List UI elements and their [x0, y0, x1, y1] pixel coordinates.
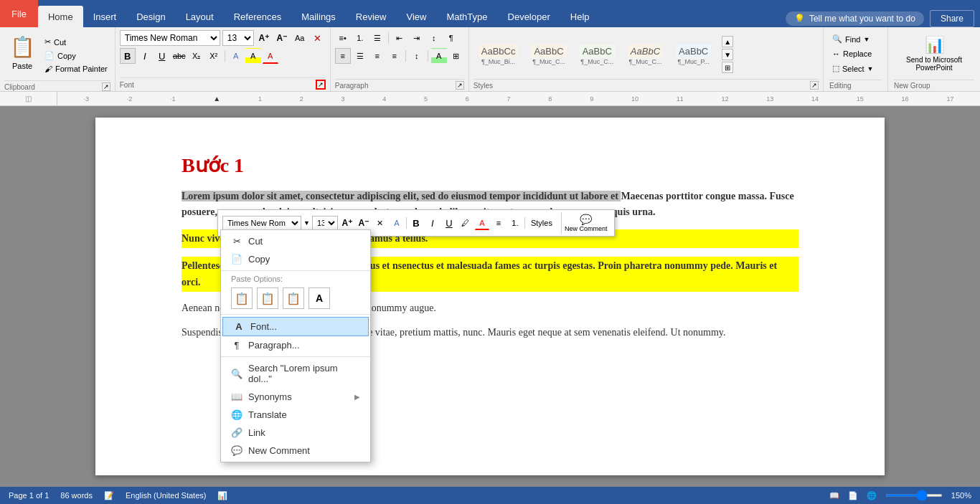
replace-button[interactable]: ↔ Replace — [829, 48, 882, 60]
increase-indent-button[interactable]: ⇥ — [409, 30, 425, 46]
subscript-button[interactable]: X₂ — [189, 48, 204, 64]
italic-button[interactable]: I — [137, 48, 153, 64]
insert-tab[interactable]: Insert — [83, 6, 127, 27]
highlight-color-button[interactable]: A — [245, 48, 261, 64]
file-tab[interactable]: File — [0, 0, 38, 27]
float-underline-btn[interactable]: U — [442, 216, 456, 230]
decrease-indent-button[interactable]: ⇤ — [392, 30, 407, 46]
home-tab[interactable]: Home — [38, 6, 83, 27]
view-tab[interactable]: View — [396, 6, 436, 27]
numbering-button[interactable]: 1. — [352, 30, 368, 46]
print-layout-icon[interactable]: 📄 — [848, 491, 858, 500]
select-button[interactable]: ⬚ Select ▼ — [829, 62, 882, 75]
ctx-copy-item[interactable]: 📄 Copy — [221, 250, 370, 268]
decrease-font-button[interactable]: A⁻ — [274, 30, 290, 46]
styles-scroll-up[interactable]: ▲ — [722, 36, 733, 47]
shading-button[interactable]: A — [431, 48, 447, 64]
references-tab[interactable]: References — [224, 6, 291, 27]
float-size-select[interactable]: 13 — [312, 216, 338, 230]
float-highlight-btn[interactable]: 🖊 — [458, 216, 473, 230]
developer-tab[interactable]: Developer — [498, 6, 560, 27]
superscript-button[interactable]: X² — [206, 48, 222, 64]
web-layout-icon[interactable]: 🌐 — [867, 491, 877, 500]
mathtype-tab[interactable]: MathType — [436, 6, 497, 27]
sort-button[interactable]: ↕ — [426, 30, 442, 46]
style-item-4[interactable]: AaBbC ¶_Muc_C... — [623, 42, 668, 68]
float-clear-btn[interactable]: ✕ — [373, 216, 387, 230]
justify-button[interactable]: ≡ — [387, 48, 402, 64]
ctx-new-comment-item[interactable]: 💬 New Comment — [221, 442, 370, 460]
align-center-button[interactable]: ☰ — [352, 48, 368, 64]
tell-me-input[interactable]: 💡 Tell me what you want to do — [786, 11, 924, 26]
help-tab[interactable]: Help — [560, 6, 600, 27]
line-spacing-button[interactable]: ↕ — [409, 48, 425, 64]
paste-opt-4[interactable]: A — [308, 287, 330, 309]
multilevel-button[interactable]: ☰ — [369, 30, 385, 46]
paste-opt-2[interactable]: 📋 — [257, 287, 278, 309]
ctx-synonyms-item[interactable]: 📖 Synonyms ▶ — [221, 388, 370, 406]
styles-scroll-down[interactable]: ▼ — [722, 49, 733, 60]
font-size-select[interactable]: 13 — [222, 30, 254, 46]
paste-opt-3[interactable]: 📋 — [283, 287, 304, 309]
track-changes-icon[interactable]: 📊 — [217, 491, 227, 500]
float-increase-btn[interactable]: A⁺ — [340, 216, 354, 230]
float-bold-btn[interactable]: B — [409, 216, 423, 230]
increase-font-button[interactable]: A⁺ — [256, 30, 272, 46]
page[interactable]: Bước 1 Lorem ipsum dolor sit amet, conse… — [95, 118, 885, 475]
ctx-translate-item[interactable]: 🌐 Translate — [221, 406, 370, 424]
proofing-icon[interactable]: 📝 — [104, 491, 114, 500]
bullets-button[interactable]: ≡• — [335, 30, 351, 46]
text-effects-button[interactable]: A — [228, 48, 244, 64]
style-item-3[interactable]: AaBbC ¶_Muc_C... — [575, 42, 620, 68]
cut-button[interactable]: ✂ Cut — [42, 36, 110, 48]
align-left-button[interactable]: ≡ — [335, 48, 351, 64]
clear-formatting-button[interactable]: ✕ — [310, 30, 326, 46]
zoom-slider[interactable] — [885, 494, 943, 497]
font-name-select[interactable]: Times New Roman — [120, 30, 220, 46]
format-painter-button[interactable]: 🖌 Format Painter — [42, 63, 110, 75]
share-button[interactable]: Share — [930, 10, 974, 27]
copy-button[interactable]: 📄 Copy — [42, 49, 110, 62]
mailings-tab[interactable]: Mailings — [291, 6, 346, 27]
borders-button[interactable]: ⊞ — [448, 48, 464, 64]
float-bullets-btn[interactable]: ≡ — [491, 216, 506, 230]
style-item-2[interactable]: AaBbC ¶_Muc_C... — [526, 42, 571, 68]
paste-opt-1[interactable]: 📋 — [231, 287, 253, 309]
paste-button[interactable]: 📋 Paste — [4, 30, 40, 80]
styles-expand[interactable]: ⊞ — [722, 62, 733, 73]
float-fontcolor2-btn[interactable]: A — [475, 216, 489, 230]
ctx-cut-item[interactable]: ✂ Cut — [221, 232, 370, 250]
layout-tab[interactable]: Layout — [176, 6, 224, 27]
float-new-comment-btn[interactable]: 💬 New Comment — [561, 212, 611, 234]
bold-button[interactable]: B — [120, 48, 136, 64]
underline-button[interactable]: U — [154, 48, 170, 64]
float-italic-btn[interactable]: I — [425, 216, 440, 230]
font-color-button[interactable]: A — [263, 48, 278, 64]
ctx-font-item[interactable]: A Font... — [222, 317, 369, 336]
review-tab[interactable]: Review — [346, 6, 397, 27]
ctx-search-item[interactable]: 🔍 Search "Lorem ipsum dol..." — [221, 359, 370, 388]
styles-expand-icon[interactable]: ↗ — [810, 81, 819, 90]
language-info[interactable]: English (United States) — [126, 491, 207, 500]
design-tab[interactable]: Design — [126, 6, 175, 27]
float-styles-btn[interactable]: Styles — [527, 218, 556, 228]
style-item-5[interactable]: AaBbC ¶_Muc_P... — [671, 42, 716, 68]
strikethrough-button[interactable]: abc — [171, 48, 187, 64]
font-expand-icon[interactable]: ↗ — [316, 80, 326, 90]
paragraph-expand-icon[interactable]: ↗ — [456, 81, 464, 90]
clipboard-expand-icon[interactable]: ↗ — [102, 82, 110, 91]
ctx-link-item[interactable]: 🔗 Link — [221, 424, 370, 442]
align-right-button[interactable]: ≡ — [369, 48, 385, 64]
float-font-dropdown-icon[interactable]: ▼ — [303, 219, 310, 227]
float-decrease-btn[interactable]: A⁻ — [357, 216, 371, 230]
ctx-paragraph-item[interactable]: ¶ Paragraph... — [221, 336, 370, 354]
float-numbering-btn[interactable]: 1. — [508, 216, 522, 230]
float-font-select[interactable]: Times New Rom — [222, 216, 301, 230]
change-case-button[interactable]: Aa — [292, 30, 308, 46]
float-fontcolor-btn[interactable]: A — [390, 216, 404, 230]
send-to-powerpoint-button[interactable]: 📊 Send to Microsoft PowerPoint — [894, 33, 974, 75]
find-button[interactable]: 🔍 Find ▼ — [829, 33, 882, 45]
read-mode-icon[interactable]: 📖 — [829, 491, 839, 500]
show-marks-button[interactable]: ¶ — [443, 30, 459, 46]
style-item-1[interactable]: AaBbCc ¶_Muc_Bi... — [473, 42, 524, 68]
